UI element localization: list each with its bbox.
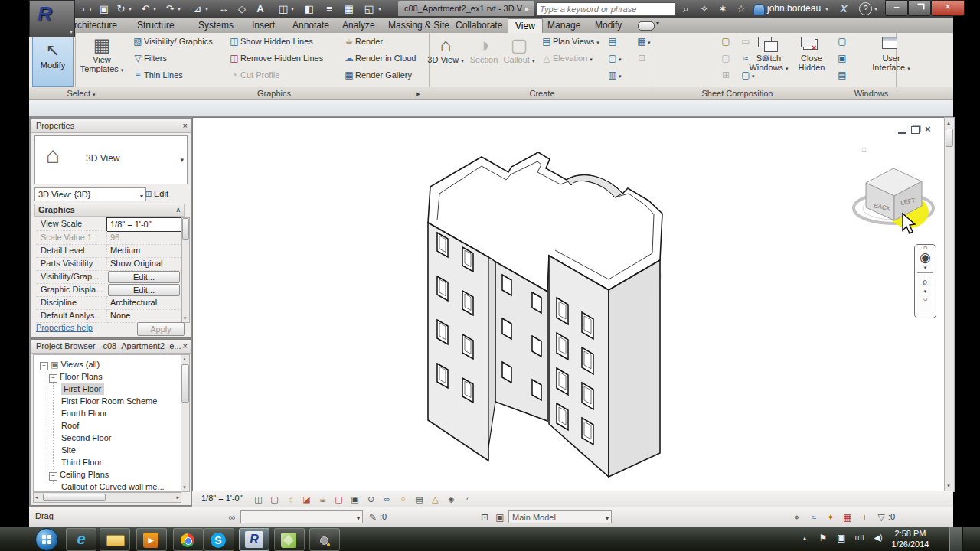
open-icon[interactable]: ▭ (80, 2, 95, 17)
minimize-button[interactable]: – (885, 0, 908, 16)
close-hidden-windows-qat-icon[interactable]: ▦ (341, 2, 357, 17)
3d-view-button[interactable]: ⌂ 3D View ▾ (427, 35, 464, 66)
tile-button[interactable]: ▤ (836, 70, 848, 81)
username-caret-icon[interactable]: ▾ (825, 2, 831, 17)
action-center-flag-icon[interactable]: ⚑ (816, 527, 830, 549)
view-selector-dropdown[interactable]: 3D View: {3D} ▾ (34, 187, 146, 201)
revit-app-button[interactable]: R ▾ (29, 0, 75, 37)
worksets-dropdown[interactable]: ▾ (240, 510, 363, 523)
search-icon[interactable]: ⌕ (678, 2, 694, 17)
prop-value-parts-visibility[interactable]: Show Original (106, 257, 184, 271)
taskbar-revit-button[interactable]: R (239, 528, 270, 551)
close-hidden-button[interactable]: × Close Hidden (793, 35, 830, 72)
graphic-display-edit-button[interactable]: Edit... (108, 284, 180, 296)
worksets-icon[interactable]: ∞ (225, 510, 239, 524)
sheet-button[interactable]: ▢ (720, 36, 732, 47)
tab-annotate[interactable]: Annotate (286, 18, 336, 33)
show-hidden-lines-button[interactable]: ◫Show Hidden Lines (228, 36, 313, 47)
viewcube[interactable]: ⌂ BACK LEFT (848, 141, 947, 240)
tree-item-roof[interactable]: Roof (61, 419, 79, 432)
prop-value-discipline[interactable]: Architectural (106, 296, 184, 310)
network-icon[interactable]: ııll (853, 527, 867, 549)
measure-caret-icon[interactable]: ▾ (205, 2, 211, 17)
highlight-displacement-icon[interactable]: ◈ (445, 493, 458, 505)
select-by-face-toggle[interactable]: ▦ (841, 510, 854, 524)
temporary-view-properties-icon[interactable]: ▤ (413, 493, 426, 505)
tree-item-views-all[interactable]: − ▣ Views (all) (40, 358, 100, 370)
remove-hidden-lines-button[interactable]: ◫Remove Hidden Lines (228, 53, 323, 64)
sync-caret-icon[interactable]: ▾ (129, 2, 135, 17)
show-rendering-dialog-icon[interactable]: ☕ (316, 493, 329, 505)
help-icon[interactable]: ? (859, 2, 872, 15)
prop-value-view-scale[interactable]: 1/8" = 1'-0" (106, 217, 185, 232)
switch-windows-qat-icon[interactable]: ◱ (361, 2, 377, 17)
taskbar-notes-button[interactable] (274, 528, 305, 551)
project-browser-header[interactable]: Project Browser - c08_Apartment2_e... × (31, 340, 191, 354)
cascade-button[interactable]: ▣ (836, 53, 848, 64)
tree-item-fourth-floor[interactable]: Fourth Floor (61, 407, 107, 419)
replicate-button[interactable]: ▢ (836, 36, 848, 47)
customize-qat-caret-icon[interactable]: ▾ (378, 2, 384, 17)
redo-icon[interactable]: ↷ (162, 2, 178, 17)
editable-only-icon[interactable]: ✎ (366, 510, 380, 524)
switch-windows-button[interactable]: Switch Windows ▾ (749, 35, 789, 73)
properties-help-link[interactable]: Properties help (36, 323, 93, 332)
design-options-dropdown[interactable]: Main Model ▾ (508, 510, 612, 523)
taskbar-recorder-button[interactable] (309, 528, 340, 551)
render-button[interactable]: ☕Render (343, 36, 383, 47)
favorites-star-icon[interactable]: ☆ (733, 2, 749, 17)
select-links-toggle[interactable]: ⌖ (790, 510, 804, 524)
project-browser-close-icon[interactable]: × (183, 340, 188, 353)
taskbar-media-button[interactable]: ▶ (136, 528, 167, 551)
visual-style-icon[interactable]: ◫ (252, 493, 265, 505)
prop-value-detail-level[interactable]: Medium (106, 244, 184, 258)
show-crop-region-icon[interactable]: ▣ (348, 493, 361, 505)
canvas-vertical-scrollbar[interactable]: ▴ ▾ (944, 117, 955, 492)
taskbar-skype-button[interactable]: S (204, 528, 234, 551)
graphics-section-header[interactable]: Graphics ∧ (34, 204, 185, 217)
taskbar-chrome-button[interactable] (173, 528, 204, 551)
design-options-icon[interactable]: ⊡ (478, 510, 492, 524)
steering-wheel-icon[interactable]: ◉ (915, 251, 936, 265)
infocenter-toggle-icon[interactable]: ▸ (525, 2, 531, 17)
duplicate-view-button[interactable]: ▢▾ (606, 53, 622, 65)
temporary-hide-isolate-icon[interactable]: ∞ (381, 493, 394, 505)
restore-button[interactable] (908, 0, 931, 16)
ribbon-cycle-button[interactable] (638, 21, 655, 31)
wheel-caret-icon[interactable]: ▾ (915, 265, 936, 271)
view-templates-button[interactable]: ▦ View Templates ▾ (78, 35, 126, 75)
unlocked-3d-view-icon[interactable]: ⊙ (364, 493, 377, 505)
reveal-hidden-elements-icon[interactable]: ○ (397, 493, 410, 505)
edit-type-button[interactable]: ⊞Edit Type (143, 187, 188, 201)
collapse-icon[interactable]: − (40, 362, 48, 370)
render-gallery-button[interactable]: ▦Render Gallery (343, 70, 412, 81)
tree-item-second-floor[interactable]: Second Floor (61, 432, 111, 444)
start-button[interactable] (35, 528, 58, 551)
text-icon[interactable]: A (253, 2, 268, 17)
taskbar-explorer-button[interactable] (100, 528, 130, 551)
tab-systems[interactable]: Systems (191, 18, 240, 33)
taskbar-ie-button[interactable]: e (66, 528, 96, 551)
tab-manage[interactable]: Manage (541, 18, 587, 33)
prop-value-default-analysis[interactable]: None (106, 309, 184, 323)
tab-massing-site[interactable]: Massing & Site (381, 18, 456, 33)
zoom-tool-icon[interactable]: ⌕ (915, 276, 936, 288)
undo-caret-icon[interactable]: ▾ (153, 2, 159, 17)
schedules-button[interactable]: ▦▾ (635, 36, 651, 48)
volume-icon[interactable]: ◀) (871, 527, 885, 549)
tab-analyze[interactable]: Analyze (335, 18, 382, 33)
sync-with-central-icon[interactable]: ↻ (113, 2, 129, 17)
tray-show-hidden-icons[interactable]: ▴ (798, 527, 812, 549)
close-button[interactable]: × (931, 0, 965, 16)
type-selector-caret-icon[interactable]: ▾ (180, 156, 184, 164)
communication-center-icon[interactable]: ✶ (715, 2, 730, 17)
section-qat-icon[interactable]: ◧ (302, 2, 317, 17)
tree-item-ceiling-plans[interactable]: − Ceiling Plans (49, 468, 109, 481)
tree-item-site[interactable]: Site (61, 444, 76, 456)
username[interactable]: john.bordeau (767, 3, 821, 14)
select-underlay-toggle[interactable]: ≈ (807, 510, 821, 524)
view-close-icon[interactable]: × (925, 124, 931, 135)
collapse-icon[interactable]: − (49, 374, 57, 383)
undo-icon[interactable]: ↶ (138, 2, 153, 17)
drafting-view-button[interactable]: ▤ (606, 36, 619, 47)
